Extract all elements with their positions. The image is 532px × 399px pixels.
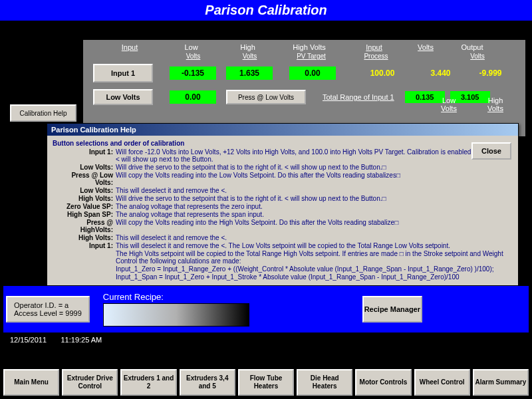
hdr-output: Output: [449, 43, 495, 51]
press-low-volts-button[interactable]: Press @ Low Volts: [226, 90, 306, 104]
help-text-4: Will drive the servo to the setpoint tha…: [116, 195, 513, 202]
low-high-header: Low Volts High Volts: [426, 96, 519, 112]
help-text-0: Will force -12.0 Volts into Low Volts, +…: [116, 148, 513, 163]
nav-bar: Main MenuExtruder Drive ControlExtruders…: [3, 369, 529, 396]
recipe-manager-button[interactable]: Recipe Manager: [362, 296, 422, 323]
datetime: 12/15/2011 11:19:25 AM: [10, 336, 102, 344]
low-volts-button[interactable]: Low Volts: [93, 89, 153, 105]
help-header: Button selections and order of calibrati…: [53, 140, 513, 147]
help-label-5: Zero Value SP:: [53, 203, 116, 210]
help-label-1: Low Volts:: [53, 164, 116, 171]
hdr-high: High: [223, 43, 273, 51]
time: 11:19:25 AM: [61, 336, 102, 344]
recipe-label: Current Recipe:: [103, 292, 249, 302]
help-text-8: This will deselect it and remove the <.: [116, 234, 513, 241]
help-label-3: Low Volts:: [53, 187, 116, 194]
output-volts-value: -9.999: [472, 68, 509, 78]
nav-wheel-control[interactable]: Wheel Control: [414, 369, 470, 396]
help-text-3: This will deselect it and remove the <.: [116, 187, 513, 194]
hdr-volts[interactable]: Volts: [406, 43, 446, 51]
hdr-high-volts[interactable]: Volts: [225, 53, 275, 60]
process-value: 100.00: [362, 68, 402, 78]
high-volts-value: 1.635: [226, 66, 273, 80]
help-text-7: Will copy the Volts reading into the Hig…: [116, 219, 513, 233]
hdr-low-volts[interactable]: Volts: [168, 53, 218, 60]
low-volts-sp-value: 0.00: [170, 90, 216, 104]
help-label-0: Input 1:: [53, 148, 116, 163]
nav-die-head-heaters[interactable]: Die Head Heaters: [297, 369, 352, 396]
hdr-input: Input: [103, 43, 156, 51]
low-volts-value: -0.135: [170, 66, 216, 80]
help-label-6: High Span SP:: [53, 211, 116, 218]
nav-extruder-drive-control[interactable]: Extruder Drive Control: [62, 369, 118, 396]
help-text-5: The analog voltage that represents the z…: [116, 203, 513, 210]
help-close-button[interactable]: Close: [471, 142, 511, 160]
help-dialog-title: Parison Calibration Help: [47, 124, 518, 136]
lh-high-volts[interactable]: Volts: [472, 104, 519, 112]
nav-extruders-1-and-2[interactable]: Extruders 1 and 2: [120, 369, 176, 396]
help-tail-1: The High Volts setpoint will be copied t…: [116, 250, 513, 265]
input-1-row: Input 1 -0.135 1.635 0.00 100.00 3.440 -…: [83, 64, 525, 82]
calibration-help-button[interactable]: Calibration Help: [10, 104, 76, 122]
hdr-low: Low: [166, 43, 216, 51]
nav-extruders-3-4-and-5[interactable]: Extruders 3,4 and 5: [180, 369, 235, 396]
operator-box: Operator I.D. = a Access Level = 9999: [6, 296, 90, 323]
volts-value: 3.440: [422, 68, 459, 78]
help-label-8: High Volts:: [53, 234, 116, 241]
page-title: Parison Calibration: [0, 0, 532, 21]
lh-high: High: [472, 96, 519, 104]
nav-main-menu[interactable]: Main Menu: [3, 369, 59, 396]
input-1-button[interactable]: Input 1: [93, 64, 153, 82]
hdr-high-pv: High Volts: [279, 43, 339, 51]
nav-alarm-summary[interactable]: Alarm Summary: [473, 369, 529, 396]
help-text-2: Will copy the Volts reading into the Low…: [116, 172, 513, 186]
help-text-6: The analog voltage that represents the s…: [116, 211, 513, 218]
status-bar: Operator I.D. = a Access Level = 9999 Cu…: [3, 286, 529, 332]
date: 12/15/2011: [10, 336, 47, 344]
help-text-1: Will drive the servo to the setpoint tha…: [116, 164, 513, 171]
help-tail-2: Input_1_Zero = Input_1_Range_Zero + ((We…: [116, 265, 513, 273]
nav-flow-tube-heaters[interactable]: Flow Tube Heaters: [238, 369, 294, 396]
help-label-2: Press @ Low Volts:: [53, 172, 116, 186]
help-tail-3: Input_1_Span = Input_1_Zero + Input_1_St…: [116, 273, 513, 281]
help-label-9: Input 1:: [53, 242, 116, 249]
lh-low: Low: [426, 96, 472, 104]
help-label-7: Press @ HighVolts:: [53, 219, 116, 233]
help-label-4: High Volts:: [53, 195, 116, 202]
lh-low-volts[interactable]: Volts: [426, 104, 472, 112]
operator-id: Operator I.D. = a: [14, 301, 82, 309]
nav-motor-controls[interactable]: Motor Controls: [355, 369, 411, 396]
calibration-panel: Input Low High High Volts Input Volts Ou…: [83, 40, 525, 136]
hdr-input-process: Input: [349, 43, 399, 51]
recipe-display: [103, 303, 249, 327]
hdr-out-volts[interactable]: Volts: [454, 53, 501, 60]
help-text-9: This will deselect it and remove the <. …: [116, 242, 513, 249]
hdr-process[interactable]: Process: [351, 53, 401, 60]
total-range-label: Total Range of Input 1: [323, 93, 394, 101]
help-dialog: Parison Calibration Help Close Button se…: [47, 123, 519, 286]
access-level: Access Level = 9999: [14, 309, 82, 317]
pv-target-value: 0.00: [289, 66, 336, 80]
hdr-pv-target[interactable]: PV Target: [281, 53, 341, 60]
